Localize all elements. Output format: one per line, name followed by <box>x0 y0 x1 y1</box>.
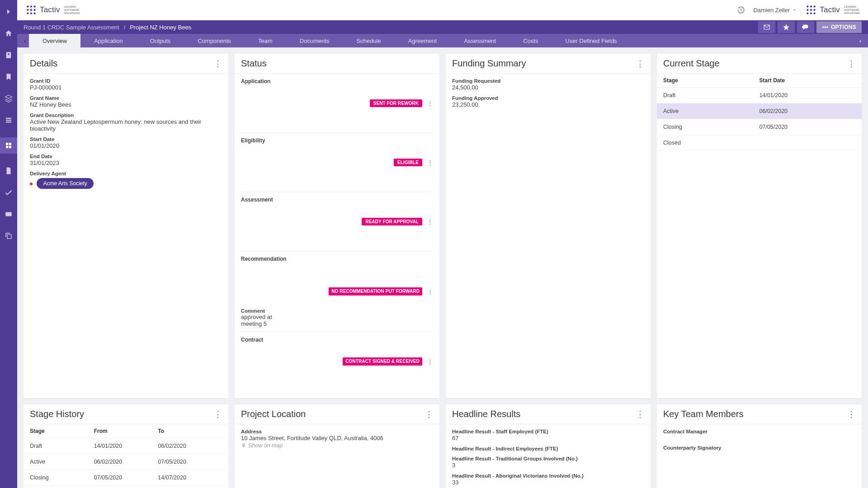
ellipsis-icon: ••• <box>822 24 828 30</box>
status-dot <box>30 183 33 185</box>
svg-rect-4 <box>6 122 11 122</box>
sidebar-expand-icon[interactable] <box>4 7 13 16</box>
breadcrumb-parent[interactable]: Round 1 CRDC Sample Assessment <box>24 24 119 31</box>
table-row[interactable]: Closing07/05/2020 <box>657 119 862 135</box>
svg-point-15 <box>30 9 32 11</box>
table-row[interactable]: Draft14/01/2020 <box>657 88 862 103</box>
svg-rect-2 <box>6 118 11 119</box>
value: 3 <box>452 462 644 469</box>
options-label: OPTIONS <box>831 24 856 30</box>
status-pill: SENT FOR REWORK <box>370 99 422 107</box>
tab-user-defined-fields[interactable]: User Defined Fields <box>552 34 630 47</box>
layers-icon[interactable] <box>4 94 13 103</box>
star-button[interactable] <box>778 21 795 33</box>
tab-costs[interactable]: Costs <box>509 34 552 47</box>
team-field: Counterparty Signatory <box>663 445 855 450</box>
status-card: Status ApplicationSENT FOR REWORK⋮Eligib… <box>235 54 439 398</box>
row-more-icon[interactable]: ⋮ <box>427 218 433 225</box>
breadcrumb-bar: Round 1 CRDC Sample Assessment / Project… <box>17 20 868 34</box>
tab-outputs[interactable]: Outputs <box>137 34 184 47</box>
cell: 07/05/2020 <box>760 124 856 130</box>
svg-point-28 <box>814 12 816 14</box>
svg-rect-6 <box>9 143 11 145</box>
status-row: ContractCONTRACT SIGNED & RECEIVED⋮ <box>241 332 433 391</box>
mail-button[interactable] <box>758 21 775 33</box>
document-icon[interactable] <box>4 166 13 175</box>
options-button[interactable]: ••• OPTIONS <box>816 21 862 33</box>
tab-team[interactable]: Team <box>245 34 286 47</box>
value: 10 James Street, Fortitude Valley QLD, A… <box>241 435 433 441</box>
value: 01/01/2020 <box>30 142 222 149</box>
tab-application[interactable]: Application <box>80 34 137 47</box>
label: Grant Name <box>30 95 222 101</box>
label: Counterparty Signatory <box>663 445 855 450</box>
logo-text: Tactiv <box>40 5 60 14</box>
more-icon[interactable]: ⋮ <box>847 410 855 418</box>
grid-icon[interactable] <box>0 137 17 154</box>
user-menu[interactable]: Damien Zeller <box>753 7 797 14</box>
bookmark-icon[interactable] <box>4 72 13 81</box>
cell: Closing <box>30 474 94 481</box>
svg-point-26 <box>807 12 809 14</box>
more-icon[interactable]: ⋮ <box>214 60 222 68</box>
svg-point-17 <box>27 12 28 14</box>
location-card: Project Location ⋮ Address 10 James Stre… <box>235 404 439 488</box>
history-icon[interactable] <box>737 6 745 14</box>
tabs-right-arrow[interactable]: › <box>856 38 864 44</box>
tab-schedule[interactable]: Schedule <box>343 34 395 47</box>
status-pill: NO RECOMMENDATION PUT FORWARD <box>329 287 422 296</box>
table-row[interactable]: Active06/02/2020 <box>657 103 862 119</box>
copy-icon[interactable] <box>4 231 13 240</box>
card-title: Current Stage <box>663 58 720 69</box>
more-icon[interactable]: ⋮ <box>425 410 433 418</box>
map-link-text: Show on map <box>248 442 283 449</box>
row-more-icon[interactable]: ⋮ <box>427 100 433 107</box>
row-more-icon[interactable]: ⋮ <box>427 288 433 295</box>
value: 67 <box>452 435 644 441</box>
more-icon[interactable]: ⋮ <box>636 410 644 418</box>
more-icon[interactable]: ⋮ <box>214 410 222 418</box>
cell: Draft <box>663 92 760 99</box>
tabs-left-arrow[interactable]: ‹ <box>21 38 29 44</box>
team-card: Key Team Members ⋮ Contract ManagerCount… <box>657 404 862 488</box>
more-icon[interactable]: ⋮ <box>847 60 855 68</box>
agent-chip[interactable]: Acme Arts Society <box>37 178 93 189</box>
tab-documents[interactable]: Documents <box>286 34 343 47</box>
headline-field: Headline Result - Traditional Groups Inv… <box>452 456 644 469</box>
row-more-icon[interactable]: ⋮ <box>427 159 433 166</box>
tab-agreement[interactable]: Agreement <box>395 34 451 47</box>
pin-icon <box>241 442 246 449</box>
logo-left[interactable]: Tactiv LEADINGSOFTWARESOLUTIONS <box>25 4 80 16</box>
table-row[interactable]: Active06/02/202007/05/2020 <box>24 454 228 470</box>
more-icon[interactable]: ⋮ <box>636 60 644 68</box>
check-icon[interactable] <box>4 188 13 197</box>
status-pill: READY FOR APPROVAL <box>362 218 422 225</box>
breadcrumb-current: Project NZ Honey Bees <box>130 24 191 31</box>
logo-right[interactable]: Tactiv LEADINGSOFTWARESOLUTIONS <box>805 4 860 16</box>
tab-assessment[interactable]: Assessment <box>450 34 509 47</box>
chat-button[interactable] <box>797 21 814 33</box>
table-row[interactable]: Closing07/05/202014/07/2020 <box>24 470 228 486</box>
row-more-icon[interactable]: ⋮ <box>427 358 433 365</box>
value: 31/01/2023 <box>30 160 222 166</box>
svg-rect-3 <box>6 120 11 121</box>
cell: 14/01/2020 <box>94 443 158 449</box>
tab-components[interactable]: Components <box>184 34 245 47</box>
value: NZ Honey Bees <box>30 101 222 108</box>
home-icon[interactable] <box>4 29 13 38</box>
show-on-map-link[interactable]: Show on map <box>241 442 433 449</box>
contacts-icon[interactable] <box>4 51 13 60</box>
list-icon[interactable] <box>4 116 13 125</box>
svg-point-16 <box>33 9 35 11</box>
tab-overview[interactable]: Overview <box>29 34 80 47</box>
table-row[interactable]: Draft14/01/202006/02/2020 <box>24 438 228 454</box>
label: Grant Description <box>30 113 222 118</box>
cell: Active <box>663 108 760 114</box>
card-icon[interactable] <box>4 210 13 219</box>
table-row[interactable]: Closed <box>657 135 862 151</box>
cell: 07/05/2020 <box>158 459 222 465</box>
chevron-down-icon <box>793 8 797 12</box>
headline-field: Headline Result - Staff Employed (FTE)67 <box>452 429 644 441</box>
cell: Active <box>30 459 94 465</box>
table-row[interactable]: Active14/07/2020 <box>24 486 228 488</box>
